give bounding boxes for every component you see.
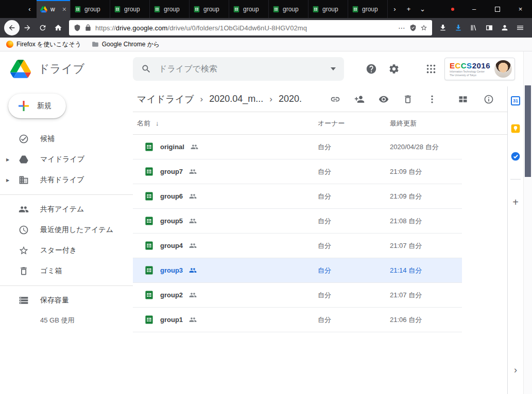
sidebar-item-storage[interactable]: 保存容量	[0, 290, 133, 311]
sidebar-item-check-circle[interactable]: 候補	[0, 129, 133, 149]
downloads-button[interactable]	[451, 20, 466, 35]
file-name: group1	[160, 316, 183, 324]
avatar[interactable]	[494, 60, 512, 78]
sidebar-item-people[interactable]: 共有アイテム	[0, 199, 133, 220]
home-button[interactable]	[50, 20, 66, 35]
sidebar-item-label: 候補	[40, 134, 55, 144]
grid-view-icon	[458, 94, 468, 104]
browser-tab-3[interactable]: group	[110, 0, 150, 18]
tab-title: group	[322, 6, 344, 13]
file-modified: 21:14 自分	[390, 266, 462, 275]
tab-scroll-left-button[interactable]: ‹	[23, 0, 37, 18]
settings-button[interactable]	[388, 63, 400, 75]
column-owner[interactable]: オーナー	[318, 119, 390, 128]
tasks-button[interactable]	[510, 151, 521, 162]
sidebar-item-clock[interactable]: 最近使用したアイテム	[0, 220, 133, 240]
url-scheme: https://	[95, 24, 116, 32]
browser-tab-9[interactable]: group	[348, 0, 388, 18]
share-button[interactable]	[354, 94, 365, 104]
browser-tab-1[interactable]: w×	[37, 0, 71, 18]
person-icon	[501, 24, 509, 32]
expand-panel-button[interactable]: ›	[514, 365, 517, 375]
file-row-group1[interactable]: group1自分21:06 自分	[133, 308, 462, 332]
menu-button[interactable]	[512, 20, 528, 35]
file-row-group7[interactable]: group7自分21:09 自分	[133, 159, 462, 184]
search-input[interactable]	[159, 64, 323, 74]
info-button[interactable]	[484, 94, 494, 104]
browser-tab-4[interactable]: group	[150, 0, 190, 18]
back-button[interactable]	[4, 20, 20, 35]
grid-view-button[interactable]	[458, 94, 468, 104]
tab-scroll-right-button[interactable]: ›	[388, 0, 402, 18]
url-domain: drive.google.com	[116, 24, 168, 32]
file-row-group5[interactable]: group5自分21:08 自分	[133, 209, 462, 234]
drive-sidebar: 新規 候補▶マイドライブ▶共有ドライブ共有アイテム最近使用したアイテムスター付き…	[0, 86, 133, 394]
drive-logo[interactable]: ドライブ	[10, 60, 133, 78]
expand-arrow-icon[interactable]: ▶	[6, 178, 9, 183]
file-row-group2[interactable]: group2自分21:07 自分	[133, 283, 462, 308]
browser-tab-5[interactable]: group	[190, 0, 229, 18]
browser-tab-6[interactable]: group	[229, 0, 269, 18]
apps-grid-button[interactable]	[425, 63, 437, 75]
file-row-group3[interactable]: group3自分21:14 自分	[133, 258, 462, 283]
maximize-button[interactable]	[486, 0, 509, 18]
breadcrumb-item[interactable]: 2020.	[279, 94, 302, 104]
page-actions-button[interactable]: ⋯	[398, 24, 406, 32]
sidebar-toggle-button[interactable]	[482, 20, 497, 35]
minimize-button[interactable]: –	[462, 0, 486, 18]
search-box[interactable]	[133, 57, 344, 81]
keep-button[interactable]	[510, 123, 521, 134]
expand-arrow-icon[interactable]: ▶	[6, 157, 9, 162]
bookmark-chrome-folder[interactable]: Google Chrome から	[92, 40, 160, 49]
remove-button[interactable]	[403, 94, 413, 104]
tab-close-icon[interactable]: ×	[62, 5, 66, 13]
save-tray-button[interactable]	[435, 20, 451, 35]
close-button[interactable]: ×	[509, 0, 532, 18]
sidebar-item-trash[interactable]: ゴミ箱	[0, 261, 133, 281]
breadcrumb-item[interactable]: マイドライブ	[137, 93, 194, 105]
org-subtitle: Information Technology Center	[450, 70, 490, 73]
account-card[interactable]: ECCS2016 Information Technology Center T…	[444, 58, 515, 80]
sort-descending-icon[interactable]: ↓	[156, 119, 159, 127]
account-button[interactable]	[497, 20, 512, 35]
help-button[interactable]	[366, 63, 377, 75]
file-owner: 自分	[318, 241, 390, 250]
more-actions-button[interactable]	[427, 94, 437, 104]
file-row-original[interactable]: original自分2020/04/28 自分	[133, 135, 462, 159]
column-modified[interactable]: 最終更新	[390, 119, 462, 128]
folder-icon	[92, 41, 99, 48]
org-subtitle-2: The University of Tokyo	[450, 74, 490, 77]
browser-tab-8[interactable]: group	[308, 0, 348, 18]
scrollbar-thumb[interactable]	[525, 85, 531, 177]
library-button[interactable]	[466, 20, 482, 35]
calendar-button[interactable]: 31	[510, 96, 521, 106]
link-icon	[330, 94, 340, 104]
sidebar-item-shared-drive[interactable]: ▶共有ドライブ	[0, 170, 133, 190]
shield-check-icon[interactable]	[409, 24, 417, 31]
bookmark-firefox[interactable]: Firefox を使いこなそう	[6, 40, 81, 49]
breadcrumb-item[interactable]: 2020.04_m...	[209, 94, 263, 104]
notification-dot	[451, 8, 454, 11]
get-link-button[interactable]	[330, 94, 340, 104]
browser-tab-7[interactable]: group	[269, 0, 308, 18]
file-owner: 自分	[318, 266, 390, 275]
file-row-group6[interactable]: group6自分21:09 自分	[133, 184, 462, 209]
url-bar[interactable]: https://drive.google.com/drive/u/0/folde…	[69, 20, 432, 35]
add-addon-button[interactable]: +	[512, 197, 519, 207]
page-scrollbar[interactable]	[523, 51, 532, 394]
search-icon[interactable]	[141, 64, 151, 74]
sidebar-item-star[interactable]: スター付き	[0, 240, 133, 261]
reload-button[interactable]	[35, 20, 50, 35]
browser-tab-2[interactable]: group	[71, 0, 110, 18]
file-row-group4[interactable]: group4自分21:07 自分	[133, 234, 462, 258]
tab-list-dropdown-button[interactable]: ⌄	[416, 0, 430, 18]
file-name-cell: group6	[133, 191, 318, 201]
sidebar-item-my-drive[interactable]: ▶マイドライブ	[0, 149, 133, 170]
forward-button[interactable]	[20, 20, 35, 35]
preview-button[interactable]	[379, 94, 389, 104]
column-name[interactable]: 名前 ↓	[137, 119, 318, 128]
search-options-caret-icon[interactable]	[331, 67, 336, 70]
new-tab-button[interactable]: +	[402, 0, 416, 18]
new-button[interactable]: 新規	[8, 94, 66, 118]
bookmark-star-icon[interactable]	[420, 24, 427, 31]
